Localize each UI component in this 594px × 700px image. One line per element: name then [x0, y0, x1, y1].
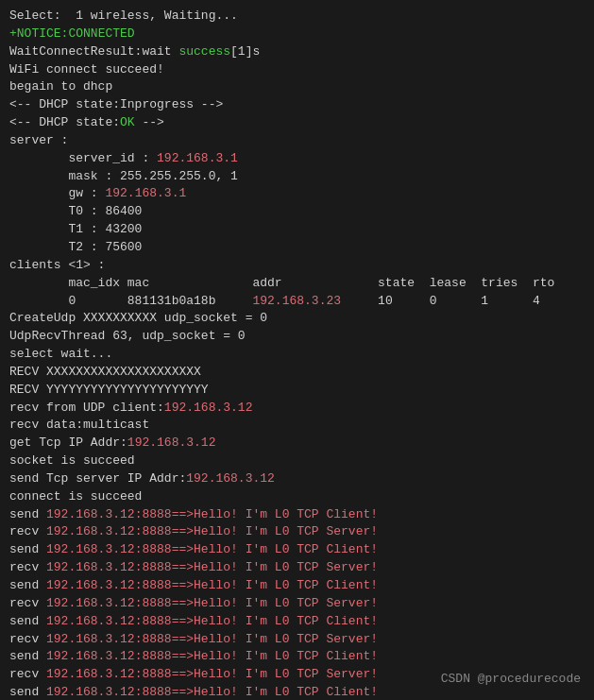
terminal-line: Select: 1 wireless, Waiting...	[9, 8, 585, 26]
terminal-line: begain to dhcp	[9, 78, 585, 96]
terminal-line: mask : 255.255.255.0, 1	[9, 168, 585, 186]
terminal-line: recv from UDP client:192.168.3.12	[9, 400, 585, 418]
terminal-line: send 192.168.3.12:8888==>Hello! I'm L0 T…	[9, 541, 585, 559]
terminal-line: send 192.168.3.12:8888==>Hello! I'm L0 T…	[9, 577, 585, 595]
terminal-line: recv 192.168.3.12:8888==>Hello! I'm L0 T…	[9, 595, 585, 613]
terminal-line: server :	[9, 132, 585, 150]
terminal-line: send 192.168.3.12:8888==>Hello! I'm L0 T…	[9, 613, 585, 631]
terminal-line: RECV YYYYYYYYYYYYYYYYYYYYYY	[9, 382, 585, 400]
terminal-line: gw : 192.168.3.1	[9, 185, 585, 203]
terminal-line: connect is succeed	[9, 488, 585, 506]
terminal-line: mac_idx mac addr state lease tries rto	[9, 275, 585, 293]
terminal-line: CreateUdp XXXXXXXXXX udp_socket = 0	[9, 310, 585, 328]
terminal-line: T2 : 75600	[9, 239, 585, 257]
terminal: Select: 1 wireless, Waiting...+NOTICE:CO…	[0, 0, 594, 700]
terminal-line: <-- DHCP state:Inprogress -->	[9, 96, 585, 114]
terminal-line: send 192.168.3.12:8888==>Hello! I'm L0 T…	[9, 506, 585, 524]
terminal-line: T0 : 86400	[9, 203, 585, 221]
terminal-line: +NOTICE:CONNECTED	[9, 26, 585, 43]
terminal-line: <-- DHCP state:OK -->	[9, 114, 585, 132]
terminal-line: get Tcp IP Addr:192.168.3.12	[9, 435, 585, 452]
terminal-line: WiFi connect succeed!	[9, 61, 585, 79]
watermark-text: CSDN @procedurecode	[441, 671, 581, 689]
terminal-line: recv 192.168.3.12:8888==>Hello! I'm L0 T…	[9, 559, 585, 577]
terminal-line: T1 : 43200	[9, 221, 585, 239]
terminal-line: RECV XXXXXXXXXXXXXXXXXXXXX	[9, 364, 585, 382]
terminal-line: socket is succeed	[9, 452, 585, 470]
terminal-line: recv 192.168.3.12:8888==>Hello! I'm L0 T…	[9, 631, 585, 649]
terminal-line: WaitConnectResult:wait success[1]s	[9, 43, 585, 61]
terminal-line: recv data:multicast	[9, 417, 585, 435]
terminal-line: UdpRecvThread 63, udp_socket = 0	[9, 328, 585, 346]
terminal-line: server_id : 192.168.3.1	[9, 150, 585, 168]
terminal-line: clients <1> :	[9, 257, 585, 275]
terminal-line: select wait...	[9, 346, 585, 364]
terminal-line: recv 192.168.3.12:8888==>Hello! I'm L0 T…	[9, 523, 585, 541]
terminal-line: send Tcp server IP Addr:192.168.3.12	[9, 470, 585, 488]
terminal-line: send 192.168.3.12:8888==>Hello! I'm L0 T…	[9, 648, 585, 666]
terminal-line: 0 881131b0a18b 192.168.3.23 10 0 1 4	[9, 293, 585, 311]
